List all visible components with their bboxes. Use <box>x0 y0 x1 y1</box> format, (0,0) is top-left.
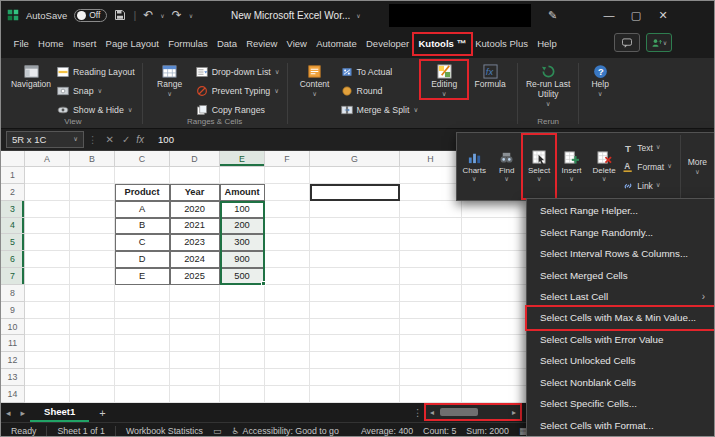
cell-d12[interactable] <box>170 352 220 369</box>
cell-f11[interactable] <box>265 335 310 352</box>
row-header-10[interactable]: 10 <box>1 319 25 336</box>
cell-g1[interactable] <box>310 167 400 184</box>
cell-c13[interactable] <box>115 369 170 386</box>
cell-g2[interactable] <box>310 184 400 201</box>
save-icon[interactable] <box>114 9 126 21</box>
cell-c2[interactable]: Product <box>115 184 170 201</box>
cell-g9[interactable] <box>310 302 400 319</box>
cell-c14[interactable] <box>115 386 170 403</box>
tab-view[interactable]: View <box>282 34 312 54</box>
scroll-right-icon[interactable]: ▸ <box>508 408 520 417</box>
cell-c4[interactable]: B <box>115 218 170 235</box>
column-header-g[interactable]: G <box>310 151 400 167</box>
cell-e8[interactable] <box>220 285 265 302</box>
column-header-f[interactable]: F <box>265 151 310 167</box>
cell-g8[interactable] <box>310 285 400 302</box>
row-header-3[interactable]: 3 <box>1 201 25 218</box>
cell-e5[interactable]: 300 <box>220 234 265 251</box>
cell-h11[interactable] <box>400 335 462 352</box>
drop-down-list-button[interactable]: Drop-down List ∨ <box>193 63 283 81</box>
name-box[interactable]: 5R x 1C ∨ <box>6 131 84 148</box>
cell-a10[interactable] <box>25 319 70 336</box>
cell-e10[interactable] <box>220 319 265 336</box>
cell-e4[interactable]: 200 <box>220 218 265 235</box>
cell-h6[interactable] <box>400 251 462 268</box>
cell-f6[interactable] <box>265 251 310 268</box>
cell-b13[interactable] <box>70 369 115 386</box>
cell-b3[interactable] <box>70 201 115 218</box>
cell-c1[interactable] <box>115 167 170 184</box>
select-button[interactable]: Select ∨ <box>523 135 555 198</box>
reading-layout-button[interactable]: Reading Layout <box>54 63 138 81</box>
cell-f14[interactable] <box>265 386 310 403</box>
cell-c9[interactable] <box>115 302 170 319</box>
row-header-9[interactable]: 9 <box>1 302 25 319</box>
cell-f3[interactable] <box>265 201 310 218</box>
column-header-h[interactable]: H <box>400 151 462 167</box>
cell-h14[interactable] <box>400 386 462 403</box>
prevent-typing-button[interactable]: Prevent Typing ∨ <box>193 82 283 100</box>
cell-f4[interactable] <box>265 218 310 235</box>
tab-data[interactable]: Data <box>212 34 241 54</box>
cell-f12[interactable] <box>265 352 310 369</box>
status-accessibility[interactable]: Accessibility: Good to go <box>243 426 339 436</box>
add-sheet-button[interactable]: + <box>99 407 105 419</box>
menu-item-select-interval-rows-columns[interactable]: Select Interval Rows & Columns... <box>527 243 715 264</box>
cell-d8[interactable] <box>170 285 220 302</box>
row-header-4[interactable]: 4 <box>1 218 25 235</box>
cell-b10[interactable] <box>70 319 115 336</box>
link-button[interactable]: Link ∨ <box>622 177 677 195</box>
cell-d2[interactable]: Year <box>170 184 220 201</box>
cell-f1[interactable] <box>265 167 310 184</box>
tab-file[interactable]: File <box>9 34 34 54</box>
cell-h2[interactable] <box>400 184 462 201</box>
cell-b2[interactable] <box>70 184 115 201</box>
menu-item-select-range-helper[interactable]: Select Range Helper... <box>527 200 715 221</box>
cell-b8[interactable] <box>70 285 115 302</box>
cell-d1[interactable] <box>170 167 220 184</box>
quick-access-chevron-icon[interactable]: ∨ <box>189 12 193 19</box>
cell-a14[interactable] <box>25 386 70 403</box>
cell-g5[interactable] <box>310 234 400 251</box>
cell-h7[interactable] <box>400 268 462 285</box>
workbook-statistics-button[interactable]: Workbook Statistics <box>126 426 203 436</box>
more-button[interactable]: More ∨ <box>680 135 714 198</box>
to-actual-button[interactable]: To Actual <box>338 63 422 81</box>
cell-h9[interactable] <box>400 302 462 319</box>
cell-d3[interactable]: 2020 <box>170 201 220 218</box>
cell-h3[interactable] <box>400 201 462 218</box>
cell-g4[interactable] <box>310 218 400 235</box>
cell-f10[interactable] <box>265 319 310 336</box>
row-header-13[interactable]: 13 <box>1 369 25 386</box>
cell-a11[interactable] <box>25 335 70 352</box>
cell-b12[interactable] <box>70 352 115 369</box>
cell-c3[interactable]: A <box>115 201 170 218</box>
cell-e2[interactable]: Amount <box>220 184 265 201</box>
cell-g14[interactable] <box>310 386 400 403</box>
menu-item-select-specific-cells[interactable]: Select Specific Cells... <box>527 393 715 414</box>
cell-b4[interactable] <box>70 218 115 235</box>
cell-e7[interactable]: 500 <box>220 268 265 285</box>
row-header-11[interactable]: 11 <box>1 335 25 352</box>
redo-icon[interactable]: ↷ <box>172 8 182 22</box>
row-header-6[interactable]: 6 <box>1 251 25 268</box>
find-button[interactable]: Find ∨ <box>490 135 522 198</box>
cell-c8[interactable] <box>115 285 170 302</box>
cell-d14[interactable] <box>170 386 220 403</box>
cell-e12[interactable] <box>220 352 265 369</box>
rerun-last-utility-button[interactable]: Re-run Last Utility ∨ <box>522 61 574 108</box>
tab-help[interactable]: Help <box>533 34 562 54</box>
text-button[interactable]: T Text ∨ <box>622 139 677 157</box>
tab-page-layout[interactable]: Page Layout <box>101 34 164 54</box>
scroll-thumb[interactable] <box>440 408 478 416</box>
cell-d13[interactable] <box>170 369 220 386</box>
cell-b6[interactable] <box>70 251 115 268</box>
row-header-8[interactable]: 8 <box>1 285 25 302</box>
cell-h12[interactable] <box>400 352 462 369</box>
cell-b11[interactable] <box>70 335 115 352</box>
cell-e14[interactable] <box>220 386 265 403</box>
cell-g12[interactable] <box>310 352 400 369</box>
cell-c10[interactable] <box>115 319 170 336</box>
cell-b7[interactable] <box>70 268 115 285</box>
cell-g6[interactable] <box>310 251 400 268</box>
